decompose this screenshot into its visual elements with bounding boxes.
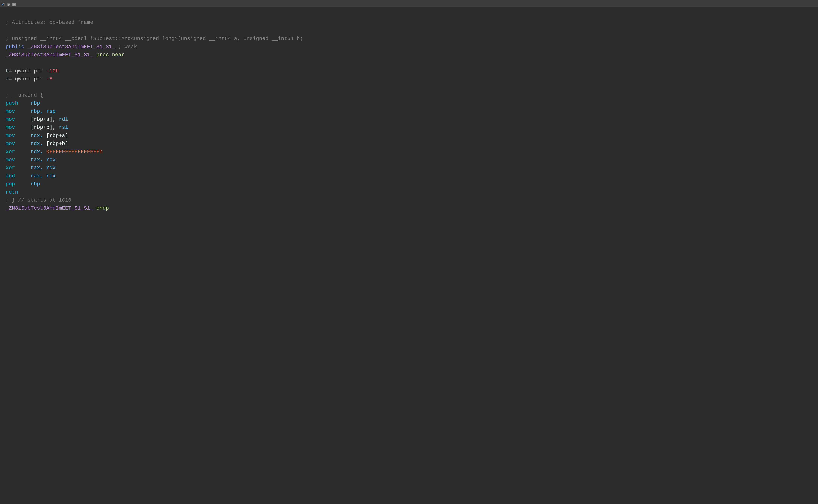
line-push: push rbp (6, 99, 812, 107)
line-blank1 (6, 10, 812, 18)
titlebar: IDA ? (0, 0, 818, 7)
line-unwind: ; __unwind { (6, 91, 812, 99)
code-area: ; Attributes: bp-based frame ; unsigned … (0, 7, 818, 218)
line-xor1: xor rdx, 0FFFFFFFFFFFFFFFFh (6, 148, 812, 156)
line-endp: _ZN8iSubTest3AndImEET_S1_S1_ endp (6, 204, 812, 212)
line-mov5: mov rdx, [rbp+b] (6, 140, 812, 148)
line-mov2: mov [rbp+a], rdi (6, 115, 812, 123)
edit-icon (7, 1, 11, 5)
svg-text:IDA: IDA (2, 4, 4, 6)
line-var-a: a= qword ptr -8 (6, 75, 812, 83)
line-end-comment: ; } // starts at 1C10 (6, 196, 812, 204)
line-var-b: b= qword ptr -10h (6, 67, 812, 75)
line-proc: _ZN8iSubTest3AndImEET_S1_S1_ proc near (6, 51, 812, 59)
line-public: public _ZN8iSubTest3AndImEET_S1_S1_ ; we… (6, 43, 812, 51)
line-retn: retn (6, 188, 812, 196)
line-proto: ; unsigned __int64 __cdecl iSubTest::And… (6, 35, 812, 43)
line-blank2 (6, 27, 812, 35)
line-mov3: mov [rbp+b], rsi (6, 123, 812, 131)
line-xor2: xor rax, rdx (6, 164, 812, 172)
line-mov6: mov rax, rcx (6, 156, 812, 164)
line-blank3 (6, 59, 812, 67)
svg-text:?: ? (13, 4, 15, 6)
help-icon: ? (12, 1, 16, 5)
line-mov4: mov rcx, [rbp+a] (6, 132, 812, 140)
line-blank4 (6, 83, 812, 91)
line-and1: and rax, rcx (6, 172, 812, 180)
line-comment1: ; Attributes: bp-based frame (6, 18, 812, 26)
line-mov1: mov rbp, rsp (6, 107, 812, 115)
line-pop1: pop rbp (6, 180, 812, 188)
file-icon: IDA (1, 1, 6, 5)
